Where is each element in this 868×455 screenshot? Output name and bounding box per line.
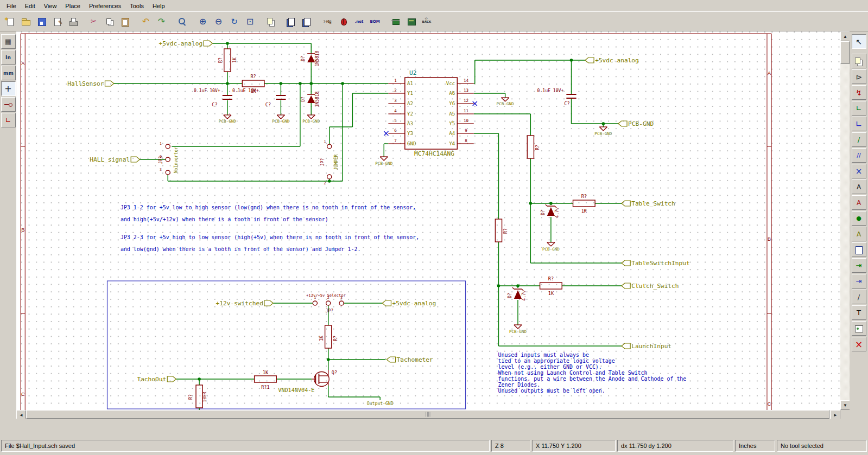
delete-item-button[interactable]: ×	[852, 337, 866, 351]
sch-text: D?	[508, 293, 512, 298]
place-junction-icon: ●	[854, 214, 864, 223]
horizontal-scrollbar[interactable]: ◄ ►	[16, 410, 840, 419]
jumper-pin	[166, 170, 170, 175]
place-junction-button[interactable]: ●	[852, 211, 866, 226]
menu-preferences[interactable]: Preferences	[85, 1, 125, 11]
cursor-icon: ↖	[854, 37, 864, 47]
place-graphic-line-button[interactable]: /	[852, 290, 866, 304]
new-schematic-button[interactable]	[2, 14, 18, 29]
hv-orientation-button[interactable]: ∟	[1, 113, 16, 127]
annotate-icon	[323, 17, 333, 27]
redraw-view-button[interactable]: ↻	[226, 14, 242, 29]
resistor	[573, 200, 595, 207]
sch-text: A5	[449, 112, 455, 117]
jumper-pin	[339, 301, 344, 305]
sch-text: 12	[464, 98, 468, 103]
run-pcbnew-button[interactable]	[403, 14, 419, 29]
bom-button[interactable]: BOM	[367, 14, 383, 29]
place-text-button[interactable]: T	[852, 305, 866, 320]
page-settings-button[interactable]	[49, 14, 65, 29]
v-scroll-thumb[interactable]	[840, 41, 850, 64]
open-schematic-button[interactable]	[18, 14, 34, 29]
run-cvpcb-button[interactable]	[388, 14, 403, 29]
place-hier-label-button[interactable]: A	[852, 227, 866, 241]
hierarchy-navigator-button[interactable]	[263, 14, 278, 29]
schematic-canvas[interactable]: ABCABC1A114Vcc2Y113A63A212Y64Y211A55A310…	[16, 31, 840, 410]
sch-text: 1K	[581, 208, 587, 214]
sch-text: 1N5818	[315, 91, 320, 107]
hierarchy-nav-button[interactable]	[852, 54, 866, 68]
place-image-button[interactable]	[852, 321, 866, 336]
sch-text: 5	[394, 118, 397, 123]
cursor-button[interactable]: ↖	[852, 34, 866, 49]
place-sheet-pin-button[interactable]: ⇥	[852, 274, 866, 289]
scroll-up-arrow[interactable]: ▲	[840, 31, 850, 41]
copy-button[interactable]	[102, 14, 117, 29]
sch-text: PCB-GND	[302, 119, 320, 124]
place-no-connect-button[interactable]: ×	[852, 164, 866, 178]
erc-check-button[interactable]	[335, 14, 351, 29]
menu-help[interactable]: Help	[148, 1, 169, 11]
junction	[602, 122, 605, 125]
place-hier-sheet-button[interactable]	[852, 242, 866, 257]
zoom-in-button[interactable]: ⊕	[195, 14, 211, 29]
place-wire-button[interactable]: ∟	[852, 101, 866, 116]
zoom-fit-button[interactable]: ⊡	[242, 14, 258, 29]
menu-file[interactable]: File	[2, 1, 21, 11]
import-sheet-pin-icon: ⇥	[854, 261, 864, 271]
cursor-shape-button[interactable]: +	[1, 81, 16, 96]
toolbar-separator	[315, 14, 320, 29]
menu-view[interactable]: View	[40, 1, 61, 11]
place-power-port-button[interactable]: ↯	[852, 85, 866, 100]
place-bus-button[interactable]: ∟	[852, 117, 866, 131]
grid-toggle-icon: ▦	[3, 37, 13, 47]
undo-button[interactable]: ↶	[138, 14, 154, 29]
menu-tools[interactable]: Tools	[125, 1, 148, 11]
grid-toggle-button[interactable]: ▦	[1, 34, 16, 49]
place-component-button[interactable]: ⊳	[852, 69, 866, 84]
save-schematic-button[interactable]	[34, 14, 49, 29]
bus-to-bus-entry-button[interactable]: //	[852, 148, 866, 163]
library-browser-button[interactable]	[299, 14, 315, 29]
units-inches-button[interactable]: In	[1, 50, 16, 65]
gnd-symbol	[384, 157, 388, 161]
cut-button[interactable]: ✂	[86, 14, 102, 29]
netlist-button[interactable]: .net	[351, 14, 367, 29]
menu-edit[interactable]: Edit	[21, 1, 40, 11]
sch-text: 8	[465, 138, 467, 143]
annotate-button[interactable]	[320, 14, 335, 29]
sch-text: MC74HC14ANG	[414, 150, 454, 157]
sch-text: 14	[464, 78, 469, 83]
find-button[interactable]	[174, 14, 190, 29]
jumper-pin	[327, 144, 332, 149]
sch-text: 2	[324, 181, 326, 185]
import-sheet-pin-button[interactable]: ⇥	[852, 258, 866, 273]
open-schematic-icon	[21, 17, 31, 27]
back-import-button[interactable]	[419, 14, 435, 29]
hidden-pins-button[interactable]	[1, 97, 16, 112]
library-editor-button[interactable]	[283, 14, 299, 29]
print-button[interactable]	[65, 14, 81, 29]
zener-diode	[512, 287, 514, 289]
wire-to-bus-entry-button[interactable]: /	[852, 132, 866, 147]
place-net-label-icon: A	[854, 182, 864, 192]
place-bus-icon: ∟	[854, 119, 864, 129]
place-net-label-button[interactable]: A	[852, 180, 866, 194]
v-scroll-track[interactable]	[840, 41, 850, 400]
menu-place[interactable]: Place	[61, 1, 85, 11]
place-no-connect-icon: ×	[854, 166, 864, 176]
h-scroll-thumb[interactable]	[26, 410, 829, 419]
sch-text: 13	[464, 88, 468, 93]
h-scroll-track[interactable]	[26, 410, 831, 419]
redo-button[interactable]: ↷	[154, 14, 169, 29]
vertical-scrollbar[interactable]: ▲ ▼	[840, 31, 850, 419]
zoom-out-button[interactable]: ⊖	[211, 14, 226, 29]
frame-letter: A	[21, 61, 25, 66]
sch-text: A1	[407, 81, 413, 87]
place-text-icon: T	[854, 308, 864, 318]
sch-text: 4.7v	[555, 207, 560, 217]
units-mm-button[interactable]: mm	[1, 66, 16, 80]
place-global-label-button[interactable]: A	[852, 195, 866, 210]
scroll-down-arrow[interactable]: ▼	[840, 400, 850, 410]
paste-button[interactable]	[117, 14, 133, 29]
